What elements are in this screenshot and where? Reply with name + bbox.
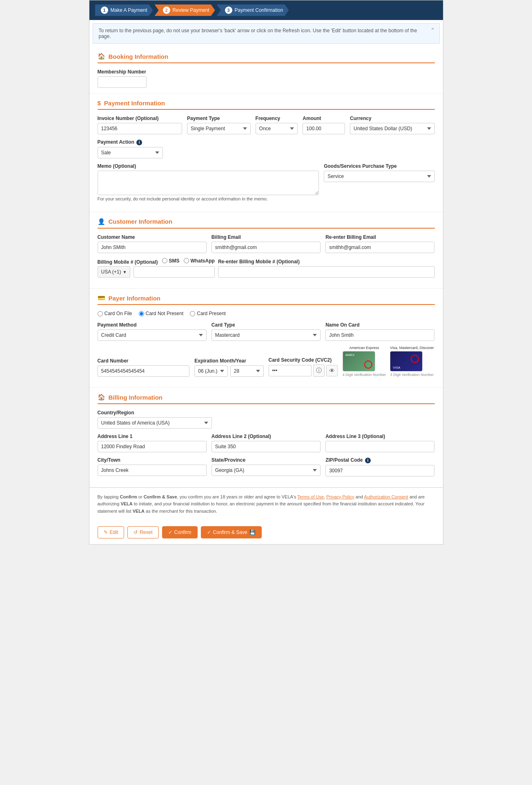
frequency-label: Frequency xyxy=(256,116,298,121)
confirm-save-button[interactable]: ✓ Confirm & Save 💾 xyxy=(201,526,262,538)
card-not-present-radio[interactable] xyxy=(139,311,144,316)
sms-radio[interactable] xyxy=(162,258,167,263)
payment-icon: $ xyxy=(98,100,101,107)
payment-section: $ Payment Information Invoice Number (Op… xyxy=(89,94,443,212)
booking-title: 🏠 Booking Information xyxy=(98,53,435,63)
close-banner-button[interactable]: ⌃ xyxy=(430,27,435,33)
card-number-input[interactable] xyxy=(98,365,190,377)
booking-section: 🏠 Booking Information Membership Number xyxy=(89,47,443,94)
memo-textarea[interactable] xyxy=(98,171,319,195)
payment-action-label: Payment Action i xyxy=(98,139,163,145)
card-on-file-label: Card On File xyxy=(98,311,132,316)
currency-label: Currency xyxy=(350,116,434,121)
reenter-email-input[interactable] xyxy=(325,242,434,253)
customer-name-label: Customer Name xyxy=(98,234,207,240)
reenter-mobile-input[interactable] xyxy=(218,266,435,278)
step-3[interactable]: 3 Payment Confirmation xyxy=(217,4,289,16)
mobile-input[interactable] xyxy=(134,266,214,278)
customer-icon: 👤 xyxy=(98,218,105,225)
goods-select[interactable]: Service xyxy=(324,171,434,182)
addr1-input[interactable] xyxy=(98,441,207,452)
membership-input[interactable] xyxy=(98,76,147,88)
name-on-card-label: Name On Card xyxy=(325,322,434,328)
frequency-select[interactable]: Once xyxy=(256,123,298,134)
visa-card-block: Visa, Mastercard, Discover VISA 3 Digit … xyxy=(390,346,434,377)
cvc-label: Card Security Code (CVC2) xyxy=(269,357,338,363)
terms-link[interactable]: Terms of Use xyxy=(297,494,324,499)
country-code-selector[interactable]: USA (+1) ▼ xyxy=(98,266,131,278)
reset-button[interactable]: ↺ Reset xyxy=(127,526,158,538)
edit-button[interactable]: ✎ Edit xyxy=(98,526,125,538)
addr2-input[interactable] xyxy=(211,441,321,452)
booking-icon: 🏠 xyxy=(98,53,105,60)
invoice-label: Invoice Number (Optional) xyxy=(98,116,182,121)
amount-input[interactable] xyxy=(303,123,345,134)
consent-text: By tapping Confirm or Confirm & Save, yo… xyxy=(89,487,443,521)
billing-section: 🏠 Billing Information Country/Region Uni… xyxy=(89,388,443,487)
zip-info-icon[interactable]: i xyxy=(365,458,371,463)
goods-label: Goods/Services Purchase Type xyxy=(324,163,434,169)
whatsapp-radio[interactable] xyxy=(184,258,189,263)
customer-name-input[interactable] xyxy=(98,242,207,253)
whatsapp-radio-label: WhatsApp xyxy=(184,258,215,264)
memo-security-note: For your security, do not include person… xyxy=(98,196,319,201)
membership-label: Membership Number xyxy=(98,69,155,75)
payer-icon: 💳 xyxy=(98,294,105,302)
auth-link[interactable]: Authorization Consent xyxy=(364,494,408,499)
zip-input[interactable] xyxy=(325,465,434,476)
addr2-label: Address Line 2 (Optional) xyxy=(211,434,321,439)
country-label: Country/Region xyxy=(98,410,212,416)
expiry-year-select[interactable]: 28 xyxy=(230,365,264,377)
vela-bold-1: VELA xyxy=(120,501,132,506)
country-select[interactable]: United States of America (USA) xyxy=(98,417,212,429)
card-present-radio[interactable] xyxy=(190,311,195,316)
card-present-label: Card Present xyxy=(190,311,226,316)
reenter-email-label: Re-enter Billing Email xyxy=(325,234,434,240)
addr3-label: Address Line 3 (Optional) xyxy=(325,434,434,439)
confirm-button[interactable]: ✓ Confirm xyxy=(162,526,198,538)
breadcrumb-bar: 1 Make A Payment 2 Review Payment 3 Paym… xyxy=(89,0,443,20)
cvc-input[interactable] xyxy=(269,365,312,376)
state-select[interactable]: Georgia (GA) xyxy=(211,465,321,476)
customer-section: 👤 Customer Information Customer Name Bil… xyxy=(89,212,443,289)
currency-select[interactable]: United States Dollar (USD) xyxy=(350,123,434,134)
amex-sub-label: 4 Digit Verification Number xyxy=(343,373,386,377)
mobile-label: Billing Mobile # (Optional) SMS WhatsApp xyxy=(98,258,215,265)
name-on-card-input[interactable] xyxy=(325,329,434,341)
confirm-check-icon: ✓ xyxy=(168,529,172,535)
addr3-input[interactable] xyxy=(325,441,434,452)
addr1-label: Address Line 1 xyxy=(98,434,207,439)
reset-icon: ↺ xyxy=(134,529,138,535)
billing-email-input[interactable] xyxy=(211,242,321,253)
payer-title: 💳 Payer Information xyxy=(98,294,435,305)
visa-highlight xyxy=(411,355,419,363)
step-1[interactable]: 1 Make A Payment xyxy=(95,4,153,16)
visa-label: Visa, Mastercard, Discover xyxy=(390,346,434,350)
zip-label: ZIP/Postal Code i xyxy=(325,457,434,463)
memo-label: Memo (Optional) xyxy=(98,163,319,169)
card-on-file-radio[interactable] xyxy=(98,311,103,316)
payment-action-info-icon[interactable]: i xyxy=(136,140,142,145)
payment-type-select[interactable]: Single Payment xyxy=(187,123,251,134)
payment-method-select[interactable]: Credit Card xyxy=(98,329,207,341)
step-2[interactable]: 2 Review Payment xyxy=(155,4,215,16)
amex-card-image: AMEX xyxy=(343,351,375,371)
step-1-number: 1 xyxy=(101,7,108,14)
card-type-label: Card Type xyxy=(211,322,321,328)
privacy-link[interactable]: Privacy Policy xyxy=(326,494,354,499)
confirm-save-check-icon: ✓ xyxy=(207,529,211,535)
amex-text: AMEX xyxy=(345,353,355,357)
expiry-month-select[interactable]: 06 (Jun.) xyxy=(194,365,228,377)
confirm-save-strong: Confirm & Save xyxy=(144,494,177,499)
amex-highlight xyxy=(364,360,372,369)
city-input[interactable] xyxy=(98,465,207,476)
card-type-select[interactable]: Mastercard xyxy=(211,329,321,341)
step-1-label: Make A Payment xyxy=(111,7,147,13)
cvc-help-icon[interactable]: ⓘ xyxy=(313,365,325,377)
step-2-number: 2 xyxy=(163,7,170,14)
cvc-toggle-icon[interactable]: 👁 xyxy=(326,365,338,376)
country-code-arrow: ▼ xyxy=(123,270,127,274)
step-3-number: 3 xyxy=(225,7,232,14)
payment-action-select[interactable]: Sale xyxy=(98,147,163,158)
invoice-input[interactable] xyxy=(98,123,182,134)
